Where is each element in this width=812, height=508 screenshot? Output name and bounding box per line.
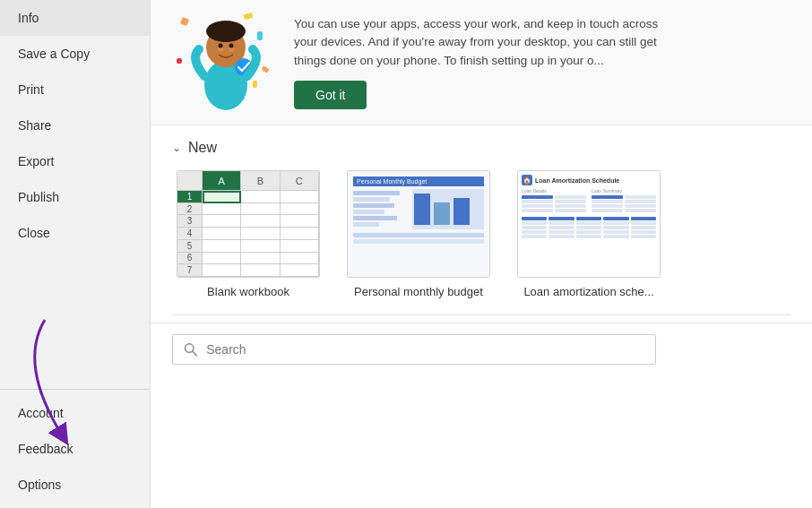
loan-row	[522, 230, 656, 234]
budget-row	[353, 197, 390, 202]
banner-text-content: You can use your apps, access your work,…	[294, 15, 670, 109]
grid-cell-a1	[203, 191, 241, 203]
template-personal-budget[interactable]: Personal Monthly Budget	[342, 170, 495, 298]
grid-cell-c7	[281, 264, 319, 277]
svg-point-2	[206, 21, 246, 42]
loan-cell	[603, 235, 628, 238]
loan-cell	[625, 195, 656, 199]
blank-workbook-label: Blank workbook	[207, 285, 289, 298]
loan-cell	[592, 204, 623, 208]
loan-cell	[592, 209, 623, 212]
loan-cell	[603, 217, 628, 220]
sidebar-item-share[interactable]: Share	[0, 108, 150, 143]
budget-left	[353, 189, 405, 229]
grid-row-2: 2	[177, 203, 203, 216]
loan-cell	[576, 217, 601, 220]
sidebar-item-publish[interactable]: Publish	[0, 179, 150, 215]
loan-cell	[631, 226, 656, 229]
budget-thumb-content: Personal Monthly Budget	[348, 171, 489, 277]
sidebar-bottom-nav: Account Feedback Options	[0, 389, 150, 508]
loan-cell	[631, 230, 656, 234]
sidebar-item-print[interactable]: Print	[0, 72, 150, 108]
loan-cell	[549, 221, 574, 225]
svg-rect-10	[454, 198, 470, 225]
personal-budget-label: Personal monthly budget	[354, 285, 483, 298]
svg-point-6	[229, 43, 234, 47]
grid-cell-b5	[241, 240, 280, 253]
loan-schedule-rows	[522, 217, 656, 238]
loan-col-1: Loan Details	[522, 188, 586, 213]
sidebar-item-print-label: Print	[18, 82, 44, 97]
budget-row	[353, 216, 397, 220]
sidebar-item-options[interactable]: Options	[0, 467, 150, 503]
loan-row	[522, 235, 656, 238]
loan-cell	[625, 209, 656, 212]
setup-banner: You can use your apps, access your work,…	[151, 0, 812, 125]
loan-title-text: Loan Amortization Schedule	[535, 177, 619, 184]
grid-cell-c5	[281, 240, 319, 253]
sidebar-item-share-label: Share	[18, 118, 51, 133]
sidebar-item-feedback[interactable]: Feedback	[0, 431, 150, 467]
template-loan-amortization[interactable]: 🏠 Loan Amortization Schedule Loan Detail…	[513, 170, 665, 298]
loan-amortization-label: Loan amortization sche...	[523, 285, 653, 298]
chevron-down-icon: ⌄	[172, 142, 181, 154]
grid-cell-a4	[203, 228, 241, 240]
loan-header: 🏠 Loan Amortization Schedule	[522, 175, 656, 185]
loan-cell	[522, 226, 547, 229]
loan-cell	[555, 204, 586, 208]
sidebar-item-close[interactable]: Close	[0, 215, 150, 251]
grid-cell-a6	[203, 253, 241, 265]
loan-col-label: Loan Details	[522, 188, 586, 194]
loan-row	[522, 204, 586, 208]
blank-workbook-thumbnail: A B C 1 2 3	[177, 170, 320, 278]
new-section-header: ⌄ New	[172, 140, 790, 156]
loan-row	[592, 209, 656, 212]
grid-cell-a3	[203, 215, 241, 228]
loan-row	[592, 195, 656, 199]
section-divider	[172, 314, 790, 315]
loan-cell	[522, 209, 553, 212]
loan-cell	[592, 195, 623, 199]
loan-cell	[549, 217, 574, 220]
new-section: ⌄ New A B C 1	[151, 125, 812, 307]
search-input[interactable]	[206, 342, 644, 357]
loan-cell	[522, 204, 553, 208]
sidebar-item-info-label: Info	[18, 11, 39, 25]
template-blank-workbook[interactable]: A B C 1 2 3	[172, 170, 324, 298]
loan-cell	[549, 235, 574, 238]
sidebar-top-nav: Info Save a Copy Print Share Export Publ…	[0, 0, 150, 389]
got-it-button[interactable]: Got it	[294, 81, 367, 109]
personal-budget-thumbnail: Personal Monthly Budget	[347, 170, 490, 278]
grid-corner	[177, 171, 203, 191]
sidebar-item-account[interactable]: Account	[0, 395, 150, 431]
grid-cell-c1	[281, 191, 319, 203]
loan-amortization-thumbnail: 🏠 Loan Amortization Schedule Loan Detail…	[517, 170, 661, 278]
loan-cell	[576, 226, 601, 229]
grid-col-header-a: A	[203, 171, 241, 191]
loan-cell	[555, 209, 586, 212]
search-box[interactable]	[172, 334, 656, 365]
budget-bottom-rows	[353, 233, 484, 244]
grid-cell-c3	[281, 215, 319, 228]
sidebar-item-save-copy[interactable]: Save a Copy	[0, 36, 150, 72]
loan-cell	[522, 221, 547, 225]
sidebar-item-feedback-label: Feedback	[18, 442, 73, 456]
sidebar-item-close-label: Close	[18, 226, 50, 240]
svg-line-12	[193, 351, 196, 355]
svg-rect-9	[434, 202, 450, 225]
search-section	[151, 323, 812, 375]
grid-row-1: 1	[177, 191, 203, 203]
sidebar-item-info[interactable]: Info	[0, 0, 150, 36]
loan-cell	[576, 230, 601, 234]
character-svg	[181, 13, 271, 112]
loan-cell	[603, 230, 628, 234]
loan-row	[592, 200, 656, 203]
search-icon	[184, 342, 197, 357]
sidebar-item-export[interactable]: Export	[0, 143, 150, 179]
loan-cell	[522, 200, 553, 203]
loan-cell	[576, 221, 601, 225]
loan-row	[522, 226, 656, 229]
grid-col-header-b: B	[241, 171, 280, 191]
loan-row	[522, 200, 586, 203]
loan-row	[592, 204, 656, 208]
